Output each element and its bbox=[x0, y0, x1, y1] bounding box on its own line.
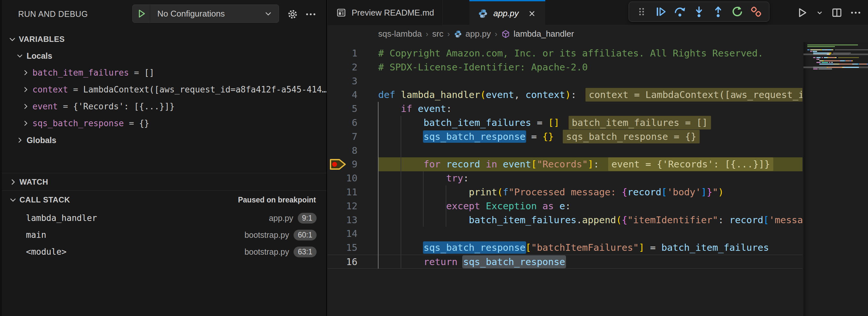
restart-button[interactable] bbox=[729, 4, 745, 20]
line-highlight bbox=[378, 74, 803, 88]
variable-row-sqs_batch_response[interactable]: sqs_batch_response = {} bbox=[2, 115, 326, 132]
code-token: append bbox=[582, 215, 616, 225]
stack-frame-2[interactable]: mainbootstrap.py60:1 bbox=[2, 226, 326, 243]
step-out-icon bbox=[712, 5, 725, 18]
code-line-8[interactable]: 8 bbox=[328, 144, 803, 158]
more-actions-button[interactable] bbox=[848, 5, 864, 21]
code-editor[interactable]: 1# Copyright Amazon.com, Inc. or its aff… bbox=[328, 42, 868, 316]
code-token: def bbox=[378, 89, 395, 100]
gear-icon[interactable] bbox=[286, 8, 299, 21]
watch-section-header[interactable]: WATCH bbox=[2, 173, 326, 190]
stack-frame-1[interactable]: lambda_handlerapp.py9:1 bbox=[2, 210, 326, 226]
code-token: { bbox=[622, 215, 627, 225]
line-number[interactable]: 16 bbox=[328, 255, 358, 268]
step-over-icon bbox=[673, 5, 686, 18]
code-line-7[interactable]: 7 sqs_batch_response = {}sqs_batch_respo… bbox=[328, 130, 803, 144]
disconnect-button[interactable] bbox=[748, 4, 764, 20]
line-number[interactable]: 8 bbox=[328, 144, 358, 158]
stack-frame-3[interactable]: <module>bootstrap.py63:1 bbox=[2, 243, 326, 260]
run-button[interactable] bbox=[794, 5, 810, 21]
line-number[interactable]: 2 bbox=[328, 60, 358, 74]
code-token: ) bbox=[565, 89, 570, 100]
line-number[interactable]: 5 bbox=[328, 102, 358, 116]
code-line-3[interactable]: 3 bbox=[328, 74, 803, 88]
variable-row-context[interactable]: context = LambdaContext([aws_request_id=… bbox=[2, 81, 326, 98]
close-icon[interactable] bbox=[527, 9, 537, 19]
minimap-line bbox=[807, 49, 868, 50]
code-line-10[interactable]: 10 try: bbox=[328, 171, 803, 185]
tab-preview-readme-md[interactable]: Preview README.md bbox=[328, 0, 443, 25]
breadcrumb-item-src[interactable]: src bbox=[432, 29, 443, 39]
tab-label: Preview README.md bbox=[351, 8, 434, 18]
launch-configuration-dropdown[interactable]: No Configurations bbox=[132, 4, 279, 23]
variable-row-event[interactable]: event = {'Records': [{...}]} bbox=[2, 98, 326, 115]
disconnect-icon bbox=[750, 5, 763, 18]
code-token bbox=[480, 200, 486, 212]
tab-app-py[interactable]: app.py bbox=[469, 0, 545, 26]
code-line-9[interactable]: 9 for record in event["Records"]:event =… bbox=[328, 157, 803, 171]
code-token: sqs_batch_response bbox=[424, 131, 525, 142]
run-chevron-button[interactable] bbox=[813, 5, 826, 21]
line-number[interactable]: 15 bbox=[328, 241, 358, 255]
line-number[interactable]: 4 bbox=[328, 88, 358, 102]
line-number[interactable]: 1 bbox=[328, 46, 358, 60]
code-line-text: batch_item_failures.append({"itemIdentif… bbox=[378, 213, 803, 227]
code-line-1[interactable]: 1# Copyright Amazon.com, Inc. or its aff… bbox=[328, 46, 803, 60]
code-token: record bbox=[730, 215, 764, 225]
step-out-button[interactable] bbox=[710, 4, 726, 20]
inline-debug-value: sqs_batch_response = {} bbox=[563, 130, 700, 144]
chevron-right-icon bbox=[22, 102, 30, 110]
sidebar-title: RUN AND DEBUG bbox=[18, 9, 88, 19]
continue-button[interactable] bbox=[653, 4, 669, 20]
more-icon[interactable] bbox=[304, 8, 317, 21]
line-number[interactable]: 14 bbox=[328, 227, 358, 241]
line-number[interactable]: 13 bbox=[328, 213, 358, 227]
code-line-11[interactable]: 11 print(f"Processed message: {record['b… bbox=[328, 185, 803, 199]
run-icon bbox=[796, 6, 808, 19]
code-line-6[interactable]: 6 batch_item_failures = []batch_item_fai… bbox=[328, 116, 803, 130]
editor-actions bbox=[794, 0, 864, 25]
line-number[interactable]: 3 bbox=[328, 74, 358, 88]
line-number[interactable]: 11 bbox=[328, 185, 358, 199]
sidebar-toolbar: RUN AND DEBUG No Configurations bbox=[2, 0, 326, 27]
start-debug-button[interactable] bbox=[133, 5, 150, 22]
code-token: batch_item_failures bbox=[424, 117, 531, 128]
code-line-2[interactable]: 2# SPDX-License-Identifier: Apache-2.0 bbox=[328, 60, 803, 74]
code-line-text: return sqs_batch_response bbox=[378, 255, 565, 268]
code-line-4[interactable]: 4def lambda_handler(event, context):cont… bbox=[328, 88, 803, 102]
code-token: : bbox=[718, 215, 730, 225]
drag-handle[interactable] bbox=[633, 4, 650, 20]
step-into-button[interactable] bbox=[691, 4, 707, 20]
minimap[interactable] bbox=[803, 42, 868, 316]
code-token: event bbox=[486, 89, 514, 100]
chevron-down-icon bbox=[8, 35, 17, 44]
call-stack-section-header[interactable]: CALL STACKPaused on breakpoint bbox=[2, 191, 326, 209]
code-line-13[interactable]: 13 batch_item_failures.append({"itemIden… bbox=[328, 213, 803, 227]
variable-row-batch_item_failures[interactable]: batch_item_failures = [] bbox=[2, 64, 326, 81]
line-number[interactable]: 12 bbox=[328, 199, 358, 213]
code-line-16[interactable]: 16 return sqs_batch_response bbox=[328, 255, 803, 268]
code-token: [ bbox=[763, 215, 769, 225]
step-over-button[interactable] bbox=[672, 4, 688, 20]
breadcrumb-item-app-py[interactable]: app.py bbox=[454, 29, 491, 39]
code-line-14[interactable]: 14 bbox=[328, 227, 803, 241]
scope-locals[interactable]: Locals bbox=[2, 48, 326, 64]
code-line-12[interactable]: 12 except Exception as e: bbox=[328, 199, 803, 213]
current-breakpoint-icon[interactable] bbox=[330, 158, 346, 171]
line-number[interactable]: 6 bbox=[328, 116, 358, 130]
line-number[interactable]: 7 bbox=[328, 130, 358, 144]
line-number[interactable]: 10 bbox=[328, 171, 358, 185]
breadcrumb-chevron-icon: › bbox=[447, 30, 450, 39]
minimap-line bbox=[807, 57, 859, 58]
code-line-15[interactable]: 15 sqs_batch_response["batchItemFailures… bbox=[328, 241, 803, 255]
breadcrumb-label: src bbox=[432, 29, 443, 39]
more-actions-icon bbox=[850, 7, 862, 19]
code-line-5[interactable]: 5 if event: bbox=[328, 102, 803, 116]
variables-section-header[interactable]: VARIABLES bbox=[2, 31, 326, 48]
scope-globals[interactable]: Globals bbox=[2, 132, 326, 149]
split-editor-button[interactable] bbox=[829, 5, 845, 21]
breadcrumb-item-lambda-handler[interactable]: lambda_handler bbox=[501, 29, 574, 39]
minimap-line bbox=[807, 53, 851, 54]
chevron-down-icon bbox=[264, 9, 273, 18]
breadcrumb-item-sqs-lambda[interactable]: sqs-lambda bbox=[378, 29, 422, 39]
